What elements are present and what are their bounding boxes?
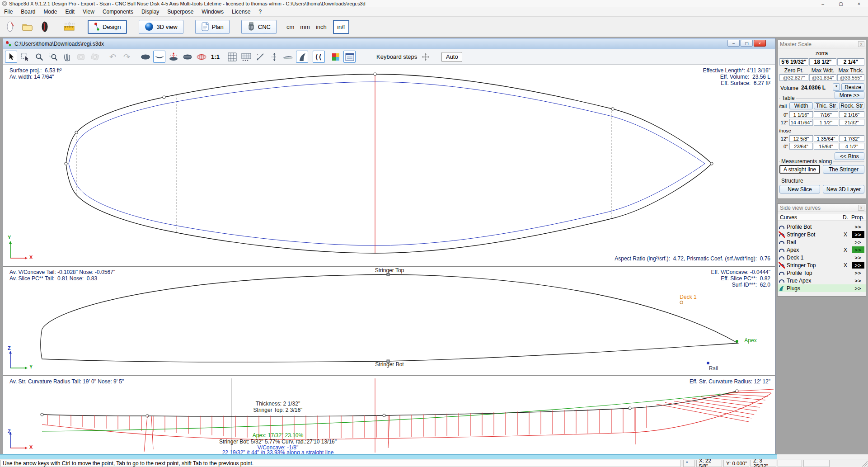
new-slice-button[interactable]: New Slice	[779, 185, 820, 193]
prop-column-label[interactable]: Prop.	[851, 214, 864, 221]
d-column-label[interactable]: D.	[843, 214, 848, 221]
doc-minimize-button[interactable]: –	[727, 40, 740, 47]
more-button[interactable]: More >>	[835, 91, 864, 99]
save-button[interactable]	[38, 20, 52, 33]
tail-row1-rock[interactable]: 21/32"	[839, 119, 864, 126]
menu-display[interactable]: Display	[137, 8, 163, 16]
undo-button[interactable]: ↶	[107, 51, 119, 63]
minimize-button[interactable]: –	[814, 0, 832, 7]
ruler-button[interactable]	[62, 20, 76, 33]
measure-tool-button[interactable]: ×	[254, 51, 266, 63]
menu-file[interactable]: File	[0, 8, 17, 16]
curve-row-profile-top[interactable]: Profile Top >>	[778, 269, 866, 277]
zero-pt-value[interactable]: @32.827"	[779, 74, 808, 81]
curve-display-flag[interactable]: X	[844, 231, 847, 238]
thickness-value[interactable]: 2 1/4"	[837, 58, 864, 66]
curve-row-deck1[interactable]: Deck 1 >>	[778, 254, 866, 261]
curve-prop-button[interactable]: >>	[852, 254, 864, 261]
curve-prop-button[interactable]: >>	[852, 239, 864, 245]
width-column-button[interactable]: Width	[789, 102, 813, 109]
resize-button[interactable]: Resize	[841, 83, 864, 91]
menu-license[interactable]: License	[228, 8, 254, 16]
nose-row1-rock[interactable]: 4 1/2"	[839, 143, 864, 150]
nose-row1-width[interactable]: 23/64"	[789, 143, 813, 150]
nose-row0-thic[interactable]: 1 35/64"	[814, 135, 838, 142]
document-title-bar[interactable]: C:\Users\thoma\Downloads\regi.s3dx – ▢ ×	[3, 38, 775, 49]
curve-display-flag[interactable]: X	[844, 247, 847, 253]
design-mode-button[interactable]: Design	[88, 20, 127, 34]
properties-panel-toggle-button[interactable]	[343, 51, 356, 63]
curve-row-apex[interactable]: Apex X >>	[778, 246, 866, 254]
grid-toggle-button[interactable]	[226, 51, 238, 63]
curve-row-rail[interactable]: Rail >>	[778, 238, 866, 246]
curve-prop-button[interactable]: >>	[852, 277, 864, 284]
menu-components[interactable]: Components	[99, 8, 137, 16]
guideline-tool-button[interactable]	[268, 51, 280, 63]
unit-cm[interactable]: cm	[286, 24, 294, 30]
curve-row-profile-bot[interactable]: Profile Bot >>	[778, 223, 866, 231]
master-scale-header[interactable]: Master Scale x	[778, 40, 866, 48]
curvature-toggle-button[interactable]: ⟨⟨	[313, 51, 325, 63]
menu-board[interactable]: Board	[17, 8, 39, 16]
menu-view[interactable]: View	[79, 8, 99, 16]
tail-row0-thic[interactable]: 7/16"	[814, 111, 838, 118]
curve-prop-button[interactable]: >>	[852, 285, 864, 292]
curve-prop-button[interactable]: >>	[852, 262, 864, 269]
doc-maximize-button[interactable]: ▢	[741, 40, 753, 47]
menu-superpose[interactable]: Superpose	[163, 8, 197, 16]
slices-mesh-view-button[interactable]	[195, 51, 207, 63]
side-curves-header[interactable]: Side view curves x	[778, 204, 866, 212]
curve-prop-button[interactable]: >>	[852, 223, 864, 230]
zoom-window-tool-button[interactable]	[47, 51, 59, 63]
curve-display-flag[interactable]: X	[844, 262, 847, 269]
new-board-button[interactable]	[4, 20, 17, 33]
auto-button[interactable]: Auto	[441, 52, 462, 62]
canvas[interactable]: Surface proj.: 6.53 ft² Av. width: 14 7/…	[3, 65, 775, 454]
outline-view-button[interactable]	[139, 51, 151, 63]
close-button[interactable]: ×	[850, 0, 868, 7]
cnc-mode-button[interactable]: CNC	[241, 20, 277, 34]
3d-view-button[interactable]: 3D view	[139, 20, 183, 34]
bottom-curve-view-button[interactable]	[153, 51, 165, 63]
slice-view-button[interactable]	[167, 51, 179, 63]
curve-row-true-apex[interactable]: True Apex >>	[778, 277, 866, 284]
curve-prop-button[interactable]: >>	[852, 231, 864, 238]
one-to-one-button[interactable]: 1:1	[209, 51, 221, 63]
colors-toggle-button[interactable]	[329, 51, 342, 63]
maximize-button[interactable]: ▢	[832, 0, 850, 7]
zoom-tool-button[interactable]	[33, 51, 45, 63]
marquee-select-tool-button[interactable]	[19, 51, 31, 63]
menu-mode[interactable]: Mode	[39, 8, 61, 16]
max-wdt-value[interactable]: @31.834"	[809, 74, 836, 81]
star-button[interactable]: *	[833, 83, 840, 91]
new-3d-layer-button[interactable]: New 3D Layer	[823, 185, 864, 193]
side-view-drawing[interactable]	[3, 267, 776, 375]
tail-row0-rock[interactable]: 2 1/16"	[839, 111, 864, 118]
straight-line-button[interactable]: A straight line	[779, 165, 820, 174]
curves-column-label[interactable]: Curves	[780, 214, 797, 221]
board-side-view-button[interactable]	[282, 51, 294, 63]
open-file-button[interactable]	[21, 20, 34, 33]
tail-row1-thic[interactable]: 1 1/2"	[814, 119, 838, 126]
menu-windows[interactable]: Windows	[197, 8, 228, 16]
thic-column-button[interactable]: Thic. Str	[814, 102, 838, 109]
rotate-view-button[interactable]	[75, 51, 87, 63]
unit-inch[interactable]: inch	[316, 24, 327, 30]
board-name[interactable]: zorra	[778, 50, 866, 57]
doc-close-button[interactable]: ×	[754, 40, 766, 47]
curvature-view-drawing[interactable]	[3, 376, 776, 454]
curve-prop-button[interactable]: >>	[852, 246, 864, 253]
curve-row-stringer-bot[interactable]: Stringer Bot X >>	[778, 231, 866, 238]
nose-row1-thic[interactable]: 15/64"	[814, 143, 838, 150]
slice-panel-button[interactable]	[240, 51, 252, 63]
nose-row0-width[interactable]: 12 5/8"	[789, 135, 813, 142]
outline-view-drawing[interactable]	[3, 65, 776, 266]
length-value[interactable]: 5'6 19/32"	[779, 58, 808, 66]
redo-button[interactable]: ↷	[121, 51, 133, 63]
max-thck-value[interactable]: @33.555"	[837, 74, 864, 81]
side-curves-close-icon[interactable]: x	[858, 205, 864, 211]
menu-edit[interactable]: Edit	[61, 8, 79, 16]
curve-prop-button[interactable]: >>	[852, 269, 864, 276]
thickness-view-button[interactable]	[181, 51, 193, 63]
menu-help[interactable]: ?	[254, 8, 266, 16]
